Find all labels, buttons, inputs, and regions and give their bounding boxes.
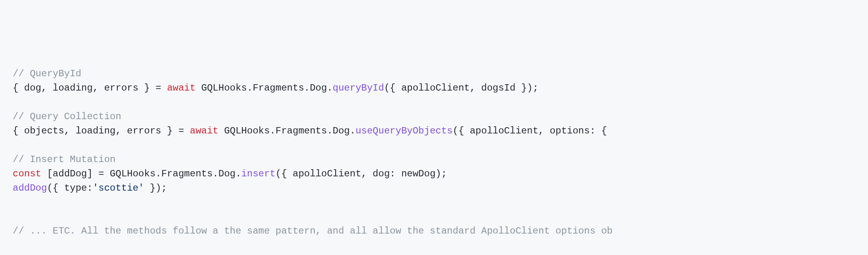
- code-token: insert: [241, 168, 275, 179]
- code-line: [13, 95, 855, 110]
- code-token: { objects, loading, errors } =: [13, 126, 190, 136]
- code-token: // QueryById: [13, 68, 81, 79]
- code-line: addDog({ type:'scottie' });: [13, 181, 855, 195]
- code-token: ({ type:: [47, 183, 92, 193]
- code-line: const [addDog] = GQLHooks.Fragments.Dog.…: [13, 167, 855, 181]
- code-token: GQLHooks.Fragments.Dog.: [196, 83, 333, 93]
- code-token: queryById: [333, 83, 384, 93]
- code-token: GQLHooks.Fragments.Dog.: [219, 126, 356, 136]
- code-token: useQueryByObjects: [355, 126, 453, 136]
- code-line: // Query Collection: [13, 110, 855, 124]
- code-token: { dog, loading, errors } =: [13, 83, 167, 93]
- code-token: await: [167, 83, 196, 93]
- code-line: // QueryById: [13, 67, 855, 81]
- code-token: addDog: [13, 183, 47, 193]
- code-token: });: [144, 183, 167, 193]
- code-line: { objects, loading, errors } = await GQL…: [13, 124, 855, 138]
- code-line: [13, 138, 855, 153]
- code-line: [13, 195, 855, 210]
- code-block: // QueryById{ dog, loading, errors } = a…: [13, 67, 855, 238]
- code-line: [13, 210, 855, 224]
- code-line: { dog, loading, errors } = await GQLHook…: [13, 81, 855, 95]
- code-token: // Insert Mutation: [13, 154, 115, 165]
- code-token: await: [190, 126, 218, 136]
- code-token: // Query Collection: [13, 111, 121, 122]
- code-token: const: [13, 168, 41, 179]
- code-line: // Insert Mutation: [13, 153, 855, 167]
- code-token: // ... ETC. All the methods follow a the…: [13, 226, 613, 236]
- code-token: ({ apolloClient, options: {: [453, 126, 613, 136]
- code-line: // ... ETC. All the methods follow a the…: [13, 224, 855, 238]
- code-token: ({ apolloClient, dog: newDog);: [276, 168, 447, 179]
- code-token: [addDog] = GQLHooks.Fragments.Dog.: [41, 168, 241, 179]
- code-token: ({ apolloClient, dogsId });: [384, 83, 538, 93]
- code-token: 'scottie': [93, 183, 144, 193]
